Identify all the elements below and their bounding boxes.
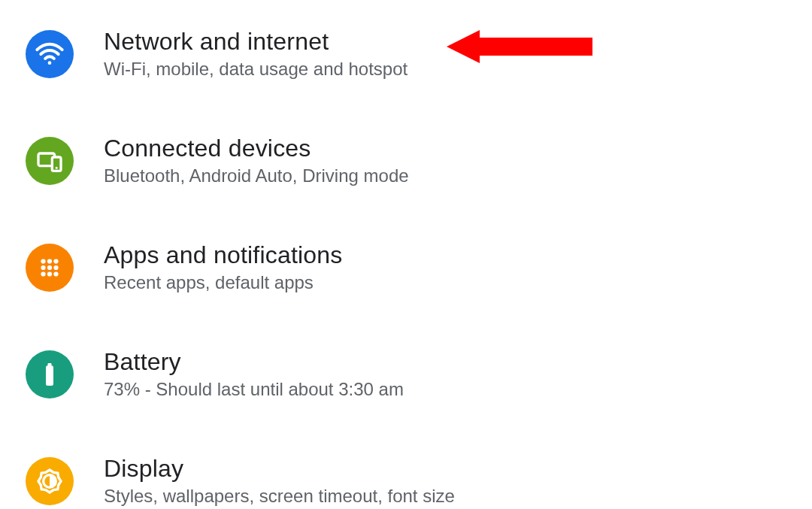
wifi-icon — [26, 30, 74, 78]
settings-item-subtitle: Recent apps, default apps — [104, 271, 343, 295]
settings-item-subtitle: 73% - Should last until about 3:30 am — [104, 377, 404, 401]
battery-icon — [26, 350, 74, 398]
settings-item-subtitle: Wi-Fi, mobile, data usage and hotspot — [104, 57, 408, 81]
svg-point-9 — [53, 265, 58, 270]
settings-item-subtitle: Bluetooth, Android Auto, Driving mode — [104, 164, 409, 188]
settings-item-text: Connected devices Bluetooth, Android Aut… — [104, 134, 409, 188]
settings-list: Network and internet Wi-Fi, mobile, data… — [0, 0, 812, 508]
settings-item-title: Network and internet — [104, 27, 408, 56]
settings-item-connected-devices[interactable]: Connected devices Bluetooth, Android Aut… — [26, 134, 812, 188]
settings-item-text: Apps and notifications Recent apps, defa… — [104, 241, 343, 295]
svg-point-6 — [53, 259, 58, 263]
svg-point-11 — [47, 271, 52, 276]
settings-item-network-and-internet[interactable]: Network and internet Wi-Fi, mobile, data… — [26, 27, 812, 81]
settings-item-title: Apps and notifications — [104, 241, 343, 269]
svg-point-8 — [47, 265, 52, 270]
svg-rect-13 — [46, 365, 53, 386]
settings-item-title: Battery — [104, 347, 404, 376]
settings-item-display[interactable]: Display Styles, wallpapers, screen timeo… — [26, 454, 812, 508]
apps-icon — [26, 244, 74, 292]
settings-item-title: Connected devices — [104, 134, 409, 162]
brightness-icon — [26, 457, 74, 505]
svg-point-7 — [41, 265, 45, 270]
settings-item-battery[interactable]: Battery 73% - Should last until about 3:… — [26, 347, 812, 401]
svg-point-4 — [41, 259, 45, 263]
settings-item-title: Display — [104, 454, 455, 483]
svg-point-3 — [56, 167, 58, 169]
svg-rect-14 — [48, 363, 52, 367]
settings-item-subtitle: Styles, wallpapers, screen timeout, font… — [104, 484, 455, 508]
settings-item-text: Display Styles, wallpapers, screen timeo… — [104, 454, 455, 508]
svg-point-10 — [41, 271, 45, 276]
devices-icon — [26, 137, 74, 185]
svg-point-12 — [53, 271, 58, 276]
svg-point-5 — [47, 259, 52, 263]
settings-item-text: Network and internet Wi-Fi, mobile, data… — [104, 27, 408, 81]
svg-point-0 — [48, 61, 52, 65]
settings-item-text: Battery 73% - Should last until about 3:… — [104, 347, 404, 401]
settings-item-apps-and-notifications[interactable]: Apps and notifications Recent apps, defa… — [26, 241, 812, 295]
